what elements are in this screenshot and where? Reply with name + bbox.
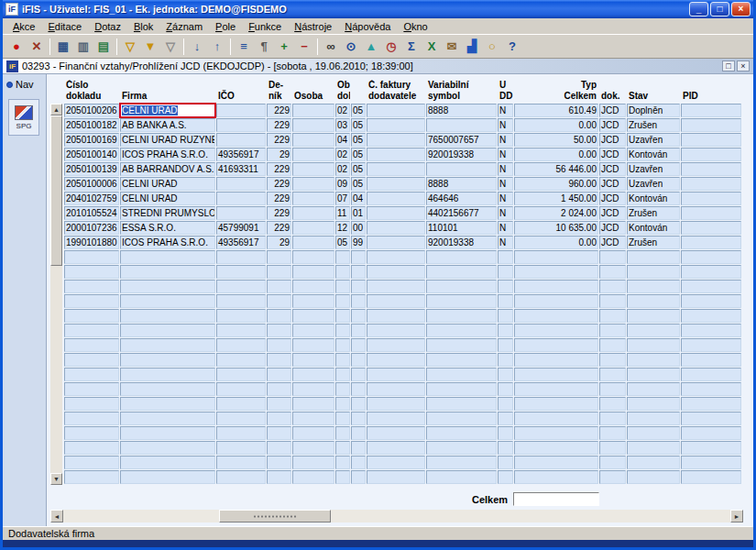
cell-osoba[interactable] (292, 397, 334, 411)
cell-typ[interactable] (599, 456, 626, 469)
cell-stav[interactable]: Uzavřen (627, 177, 680, 191)
cell-celkem[interactable]: 0.00 (514, 118, 598, 132)
scroll-left-icon[interactable]: ◄ (50, 510, 63, 522)
cell-ob2[interactable] (351, 309, 366, 323)
table-row[interactable] (64, 412, 741, 425)
table-row[interactable] (64, 353, 741, 367)
cell-varsym[interactable] (426, 426, 497, 440)
cell-denik[interactable]: 229 (267, 206, 291, 220)
cell-ob1[interactable] (335, 338, 350, 352)
cell-celkem[interactable] (514, 265, 598, 279)
cell-faktura[interactable] (367, 397, 425, 411)
cell-faktura[interactable] (367, 148, 425, 161)
table-row[interactable] (64, 397, 741, 411)
cell-ob1[interactable]: 02 (335, 104, 350, 117)
cell-firma[interactable] (120, 426, 215, 440)
cell-denik[interactable]: 229 (267, 118, 291, 132)
cell-ob1[interactable] (335, 265, 350, 279)
cell-celkem[interactable] (514, 426, 598, 440)
cell-ob1[interactable] (335, 426, 350, 440)
cell-denik[interactable] (267, 382, 291, 396)
cell-stav[interactable]: Zrušen (627, 206, 680, 220)
cell-cislo[interactable] (64, 338, 119, 352)
cell-udd[interactable] (498, 470, 513, 484)
cell-ico[interactable] (216, 397, 266, 411)
cell-ico[interactable] (216, 280, 266, 293)
cell-firma[interactable] (120, 382, 215, 396)
table-row[interactable] (64, 382, 741, 396)
cell-celkem[interactable] (514, 382, 598, 396)
cell-pid[interactable] (681, 250, 741, 264)
cell-pid[interactable] (681, 382, 741, 396)
cell-ob2[interactable]: 05 (351, 148, 366, 161)
table-row[interactable] (64, 338, 741, 352)
cell-pid[interactable] (681, 368, 741, 381)
cell-typ[interactable] (599, 412, 626, 425)
spg-button[interactable]: SPG (8, 99, 39, 136)
horizontal-scrollbar[interactable]: ◄ ► (50, 510, 743, 522)
cell-cislo[interactable] (64, 412, 119, 425)
menu-item-zaznam[interactable]: Záznam (159, 20, 209, 33)
cell-cislo[interactable] (64, 382, 119, 396)
scroll-up-icon[interactable]: ▲ (50, 104, 62, 116)
cell-varsym[interactable] (426, 294, 497, 308)
cell-ob2[interactable] (351, 382, 366, 396)
cell-cislo[interactable] (64, 324, 119, 337)
table-row[interactable] (64, 470, 741, 484)
cell-cislo[interactable] (64, 426, 119, 440)
cell-ob2[interactable]: 05 (351, 177, 366, 191)
cell-cislo[interactable] (64, 265, 119, 279)
scroll-down-icon[interactable]: ▼ (50, 473, 62, 485)
table-row[interactable]: 2050100182AB BANKA A.S.2290305N0.00JCDZr… (64, 118, 741, 132)
cell-varsym[interactable] (426, 470, 497, 484)
cell-pid[interactable] (681, 104, 741, 117)
cell-faktura[interactable] (367, 221, 425, 235)
cell-ico[interactable] (216, 324, 266, 337)
cell-varsym[interactable] (426, 265, 497, 279)
cell-cislo[interactable]: 2050100006 (64, 177, 119, 191)
cell-typ[interactable] (599, 368, 626, 381)
cell-celkem[interactable] (514, 250, 598, 264)
cell-typ[interactable]: JCD (599, 133, 626, 147)
horizontal-scrollbar-track[interactable] (63, 510, 730, 522)
mail-icon[interactable]: ✉ (442, 38, 462, 56)
cell-ob2[interactable] (351, 265, 366, 279)
cell-denik[interactable]: 229 (267, 192, 291, 205)
cell-denik[interactable] (267, 441, 291, 455)
cell-faktura[interactable] (367, 426, 425, 440)
cell-ico[interactable] (216, 265, 266, 279)
table-row[interactable]: 2050100169CELNI URAD RUZYNE De2290405765… (64, 133, 741, 147)
menu-item-okno[interactable]: Okno (397, 20, 433, 33)
edit-icon[interactable]: ¶ (254, 38, 274, 56)
cell-ob1[interactable] (335, 397, 350, 411)
cell-ob1[interactable] (335, 324, 350, 337)
cell-pid[interactable] (681, 324, 741, 337)
cell-varsym[interactable] (426, 280, 497, 293)
sort-asc-icon[interactable]: ↓ (187, 38, 207, 56)
insert-record-icon[interactable]: + (274, 38, 294, 56)
warning-icon[interactable]: ▲ (361, 38, 381, 56)
nav-tab[interactable]: Nav (3, 79, 46, 90)
cell-ob1[interactable]: 09 (335, 177, 350, 191)
cell-firma[interactable] (120, 368, 215, 381)
cell-varsym[interactable] (426, 382, 497, 396)
cell-pid[interactable] (681, 162, 741, 176)
cell-ob2[interactable] (351, 368, 366, 381)
cell-typ[interactable] (599, 426, 626, 440)
cell-varsym[interactable]: 920019338 (426, 236, 497, 249)
cell-denik[interactable] (267, 368, 291, 381)
cell-ob2[interactable]: 05 (351, 104, 366, 117)
cell-varsym[interactable] (426, 309, 497, 323)
cell-osoba[interactable] (292, 441, 334, 455)
close-button[interactable]: × (731, 2, 751, 16)
cell-osoba[interactable] (292, 265, 334, 279)
cell-pid[interactable] (681, 397, 741, 411)
cell-ob1[interactable]: 12 (335, 221, 350, 235)
cell-ob2[interactable] (351, 412, 366, 425)
cell-ob1[interactable] (335, 250, 350, 264)
cell-denik[interactable] (267, 338, 291, 352)
cell-typ[interactable]: JCD (599, 148, 626, 161)
cell-firma[interactable] (120, 456, 215, 469)
cell-typ[interactable] (599, 382, 626, 396)
cell-udd[interactable] (498, 368, 513, 381)
